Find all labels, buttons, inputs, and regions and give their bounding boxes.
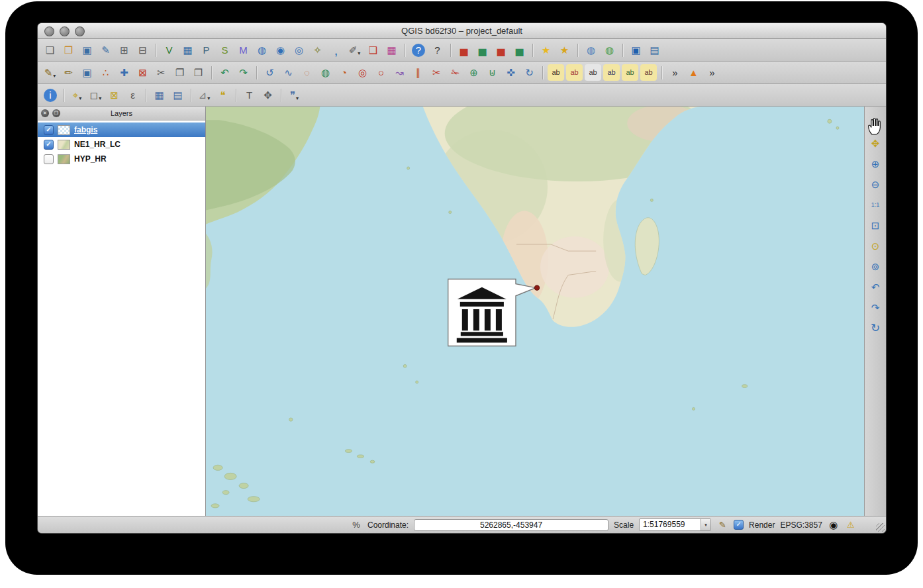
- pan-to-selection-icon[interactable]: ✥: [867, 135, 883, 151]
- coordinate-input[interactable]: [414, 519, 608, 531]
- select-by-rectangle-icon[interactable]: ◻▾: [87, 87, 104, 103]
- layer-item-HYP_HR[interactable]: HYP_HR: [38, 152, 205, 166]
- field-calculator-icon[interactable]: ▤: [170, 87, 186, 103]
- osm-upload-icon[interactable]: ◍: [601, 42, 618, 58]
- add-feature-icon[interactable]: ∴: [97, 64, 114, 81]
- add-mssql-layer-icon[interactable]: M: [235, 42, 252, 58]
- point-marker[interactable]: [534, 285, 539, 290]
- paste-features-icon[interactable]: ❒: [190, 64, 207, 81]
- move-annotation-icon[interactable]: ✥: [260, 87, 276, 103]
- local-cumulative-stretch-icon[interactable]: ▅: [493, 42, 509, 58]
- annotation-options-dropdown[interactable]: ▾: [296, 95, 299, 103]
- map-tips-icon[interactable]: ❝: [215, 87, 231, 103]
- add-vector-layer-icon[interactable]: V: [161, 42, 177, 58]
- undo-icon[interactable]: ↶: [217, 64, 233, 81]
- add-part-icon[interactable]: ◍: [317, 64, 334, 81]
- layer-visibility-checkbox[interactable]: ✓: [44, 140, 54, 150]
- toolbar-overflow-icon[interactable]: »: [667, 64, 683, 81]
- layer-item-fabgis[interactable]: ✓fabgis: [38, 122, 205, 137]
- annotation-options-icon[interactable]: ❞▾: [286, 87, 303, 103]
- select-features-dropdown[interactable]: ▾: [79, 95, 81, 103]
- minimize-button[interactable]: [60, 26, 70, 36]
- whats-this-icon[interactable]: ?: [429, 42, 446, 58]
- zoom-to-selection-icon[interactable]: ⊙: [867, 238, 883, 254]
- help-contents-icon[interactable]: ?: [412, 44, 425, 57]
- annotation-pen-icon[interactable]: ✐▾: [346, 42, 363, 58]
- open-attribute-table-icon[interactable]: ▦: [151, 87, 168, 103]
- identify-features-icon[interactable]: i: [44, 89, 57, 102]
- layer-visibility-checkbox[interactable]: ✓: [44, 125, 54, 135]
- local-histogram-stretch-icon[interactable]: ▅: [456, 42, 472, 58]
- annotation-pen-dropdown[interactable]: ▾: [358, 50, 360, 58]
- render-checkbox[interactable]: ✓: [734, 520, 744, 530]
- show-bookmarks-icon[interactable]: ★: [556, 42, 573, 58]
- label-pin-icon[interactable]: ab: [566, 64, 583, 81]
- save-project-as-icon[interactable]: ✎: [97, 42, 114, 58]
- node-tool-icon[interactable]: ✜: [503, 64, 519, 81]
- processing-plugin-icon[interactable]: ▲: [685, 64, 702, 81]
- full-histogram-stretch-icon[interactable]: ▅: [474, 42, 491, 58]
- zoom-full-icon[interactable]: ⊡: [867, 217, 883, 233]
- select-by-rectangle-dropdown[interactable]: ▾: [99, 95, 101, 103]
- delete-ring-icon[interactable]: ◎: [354, 64, 371, 81]
- current-edits-dropdown[interactable]: ▾: [53, 73, 56, 81]
- add-ring-icon[interactable]: ◌: [299, 64, 315, 81]
- add-postgis-layer-icon[interactable]: P: [198, 42, 215, 58]
- refresh-map-icon[interactable]: ↻: [867, 320, 883, 336]
- measure-dropdown[interactable]: ▾: [207, 95, 210, 103]
- rotate-label-icon[interactable]: ab: [622, 64, 638, 81]
- add-wfs-layer-icon[interactable]: ◉: [272, 42, 289, 58]
- resize-grip[interactable]: [876, 523, 885, 532]
- zoom-in-icon[interactable]: ⊕: [867, 156, 883, 172]
- split-features-icon[interactable]: ✂: [428, 64, 445, 81]
- offset-curve-icon[interactable]: ∥: [410, 64, 426, 81]
- zoom-last-icon[interactable]: ↶: [867, 279, 883, 295]
- remove-layer-icon[interactable]: ❑: [365, 42, 381, 58]
- add-oracle-georaster-layer-icon[interactable]: ▦: [383, 42, 400, 58]
- zoom-button[interactable]: [75, 26, 85, 36]
- save-edits-icon[interactable]: ▣: [79, 64, 95, 81]
- scale-combo[interactable]: 1:51769559 ▾: [639, 518, 711, 531]
- copy-features-icon[interactable]: ❐: [171, 64, 188, 81]
- openlayers-plugin-icon[interactable]: ▣: [628, 42, 644, 58]
- label-show-hide-icon[interactable]: ab: [585, 64, 601, 81]
- split-parts-icon[interactable]: ✁: [447, 64, 463, 81]
- labeling-options-icon[interactable]: ab: [548, 64, 564, 81]
- add-spatialite-layer-icon[interactable]: S: [217, 42, 233, 58]
- float-panel-icon[interactable]: ❐: [52, 109, 60, 117]
- select-by-expression-icon[interactable]: ε: [124, 87, 141, 103]
- open-project-icon[interactable]: ❒: [60, 42, 77, 58]
- delete-part-icon[interactable]: ○: [373, 64, 389, 81]
- save-project-icon[interactable]: ▣: [79, 42, 95, 58]
- full-cumulative-stretch-icon[interactable]: ▅: [511, 42, 528, 58]
- messages-icon[interactable]: ⚠: [845, 519, 857, 531]
- scale-value[interactable]: 1:51769559: [640, 519, 701, 530]
- close-panel-icon[interactable]: ✕: [41, 109, 49, 117]
- osm-download-icon[interactable]: ◍: [583, 42, 599, 58]
- titlebar[interactable]: QGIS bd62f30 – project_default: [38, 23, 886, 39]
- move-feature-icon[interactable]: ✚: [116, 64, 132, 81]
- crs-status-icon[interactable]: ◉: [828, 519, 840, 531]
- change-label-icon[interactable]: ab: [640, 64, 657, 81]
- rotate-point-symbols-icon[interactable]: ↻: [521, 64, 538, 81]
- deselect-all-icon[interactable]: ⊠: [106, 87, 122, 103]
- zoom-next-icon[interactable]: ↷: [867, 299, 883, 315]
- reshape-features-icon[interactable]: ↝: [391, 64, 408, 81]
- layer-item-NE1_HR_LC[interactable]: ✓NE1_HR_LC: [38, 137, 205, 152]
- rotate-feature-icon[interactable]: ↺: [262, 64, 278, 81]
- map-canvas[interactable]: [206, 107, 864, 516]
- zoom-to-layer-icon[interactable]: ⊚: [867, 258, 883, 274]
- composer-manager-icon[interactable]: ⊟: [134, 42, 151, 58]
- delete-selected-icon[interactable]: ⊠: [134, 64, 151, 81]
- add-raster-layer-icon[interactable]: ▦: [179, 42, 196, 58]
- layers-panel-header[interactable]: ✕ ❐ Layers: [38, 107, 205, 121]
- new-project-icon[interactable]: ❏: [42, 42, 58, 58]
- new-shapefile-layer-icon[interactable]: ✧: [309, 42, 326, 58]
- measure-icon[interactable]: ⊿▾: [196, 87, 213, 103]
- merge-features-icon[interactable]: ⊕: [465, 64, 482, 81]
- current-edits-icon[interactable]: ✎▾: [42, 64, 58, 81]
- select-features-icon[interactable]: ⌖▾: [69, 87, 85, 103]
- add-wms-layer-icon[interactable]: ◍: [254, 42, 270, 58]
- add-wcs-layer-icon[interactable]: ◎: [291, 42, 307, 58]
- layer-visibility-checkbox[interactable]: [44, 154, 54, 164]
